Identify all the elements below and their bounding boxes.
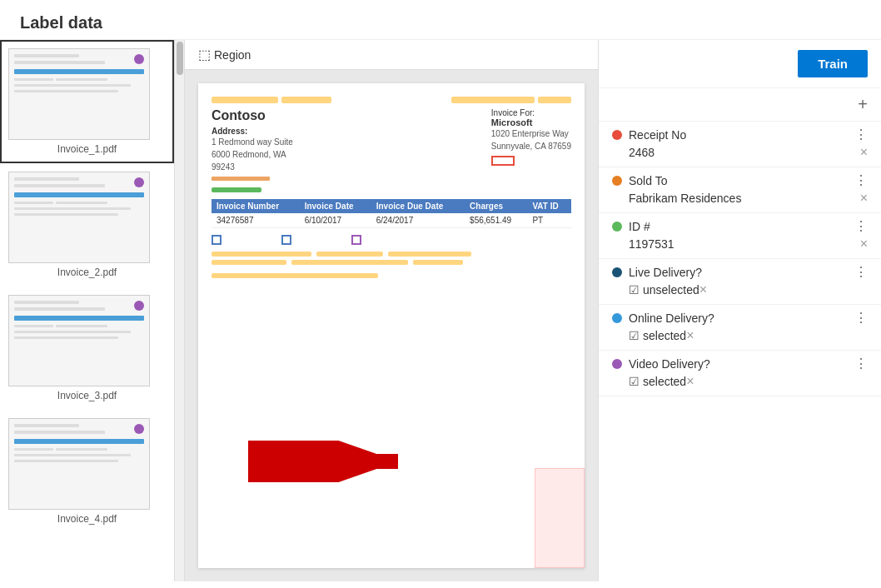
sidebar-item-invoice4[interactable]: Invoice_4.pdf [0,410,174,533]
checkbox-sq-2 [281,235,291,245]
thumb-dot-2 [134,177,144,187]
sidebar-item-invoice2[interactable]: Invoice_2.pdf [0,163,174,287]
cell-charges: $56,651.49 [465,213,527,228]
company-address: 1 Redmond way Suite6000 Redmond, WA99243 [212,136,293,173]
col-invoice-due-date: Invoice Due Date [371,199,465,213]
checkbox-icon-online: ☑ [629,329,640,342]
clear-id[interactable]: × [860,237,868,252]
dot-sold-to [612,176,622,186]
green-highlight [212,187,261,192]
address-label: Address: [212,127,293,136]
invoice-for-addr: 1020 Enterprise WaySunnyvale, CA 87659 [491,127,571,152]
thumb-dot-3 [134,301,144,311]
field-value-live-delivery: ☑ unselected [629,283,699,296]
col-invoice-date: Invoice Date [300,199,371,213]
field-name-id: ID # [629,220,650,233]
dot-live-delivery [612,267,622,277]
field-name-sold-to: Sold To [629,174,667,187]
train-button-row: Train [599,40,881,88]
sidebar-label-invoice4: Invoice_4.pdf [8,510,166,525]
doc-toolbar: ⬚ Region [185,40,598,70]
train-button[interactable]: Train [798,50,868,77]
clear-live-delivery[interactable]: × [699,282,707,297]
field-value-online-delivery: ☑ selected [629,329,686,342]
checkbox-sq-3 [351,235,361,245]
field-value-id: 1197531 [629,237,860,251]
region-label: Region [214,48,251,62]
sidebar-item-invoice3[interactable]: Invoice_3.pdf [0,287,174,410]
sidebar-label-invoice1: Invoice_1.pdf [8,140,166,155]
invoice-document: Contoso Address: 1 Redmond way Suite6000… [198,83,585,568]
region-button[interactable]: ⬚ Region [198,47,251,62]
clear-online-delivery[interactable]: × [686,328,694,343]
more-online-delivery[interactable]: ⋮ [854,311,868,325]
field-name-receipt-no: Receipt No [629,128,686,142]
field-value-receipt-no: 2468 [629,146,860,159]
field-value-sold-to: Fabrikam Residences [629,192,860,205]
more-video-delivery[interactable]: ⋮ [854,357,868,371]
thumb-dot-1 [134,54,144,64]
col-charges: Charges [465,199,527,213]
table-checkboxes [212,235,571,245]
scrollbar-thumb[interactable] [177,42,183,75]
checkbox-icon-live: ☑ [629,283,640,296]
cell-invoice-date: 6/10/2017 [300,213,371,228]
table-row: 34276587 6/10/2017 6/24/2017 $56,651.49 … [212,213,571,228]
field-name-live-delivery: Live Delivery? [629,266,702,279]
dot-id [612,222,622,232]
cell-vat-id: PT [527,213,571,228]
doc-content: Contoso Address: 1 Redmond way Suite6000… [185,70,598,581]
sidebar-item-invoice1[interactable]: Invoice_1.pdf [0,40,174,163]
field-name-online-delivery: Online Delivery? [629,311,714,325]
sidebar-label-invoice2: Invoice_2.pdf [8,263,166,278]
right-panel: Train + Receipt No ⋮ 2468 [598,40,881,581]
col-vat-id: VAT ID [527,199,571,213]
page-title: Label data [0,0,881,40]
field-list: Receipt No ⋮ 2468 × Sold To [599,122,881,396]
region-icon: ⬚ [198,47,211,62]
dot-receipt-no [612,130,622,140]
clear-sold-to[interactable]: × [860,191,868,206]
company-name: Contoso [212,108,293,123]
dot-online-delivery [612,313,622,323]
field-item-video-delivery: Video Delivery? ⋮ ☑ selected × [599,351,881,396]
dot-video-delivery [612,359,622,369]
more-live-delivery[interactable]: ⋮ [854,266,868,279]
doc-highlights-bottom [212,252,571,278]
more-sold-to[interactable]: ⋮ [854,174,868,187]
document-sidebar: Invoice_1.pdf Invoice_2.pdf [0,40,175,581]
thumb-dot-4 [134,424,144,434]
field-name-video-delivery: Video Delivery? [629,357,710,371]
invoice-header-row: Contoso Address: 1 Redmond way Suite6000… [212,108,571,181]
add-field-icon[interactable]: + [858,95,868,114]
sidebar-label-invoice3: Invoice_3.pdf [8,386,166,401]
add-field-row: + [599,88,881,122]
cell-invoice-due-date: 6/24/2017 [371,213,465,228]
field-value-video-delivery: ☑ selected [629,375,686,388]
invoice-for-label: Invoice For: [491,108,571,117]
clear-receipt-no[interactable]: × [860,145,868,160]
invoice-for-name: Microsoft [491,117,571,127]
red-arrow [248,441,415,485]
more-id[interactable]: ⋮ [854,220,868,233]
field-item-sold-to: Sold To ⋮ Fabrikam Residences × [599,167,881,213]
document-viewer: ⬚ Region [185,40,598,581]
invoice-for: Invoice For: Microsoft 1020 Enterprise W… [491,108,571,181]
field-item-receipt-no: Receipt No ⋮ 2468 × [599,122,881,167]
checkbox-icon-video: ☑ [629,375,640,388]
invoice-table: Invoice Number Invoice Date Invoice Due … [212,199,571,228]
field-item-online-delivery: Online Delivery? ⋮ ☑ selected × [599,305,881,351]
clear-video-delivery[interactable]: × [686,374,694,389]
pink-highlight-area [535,468,585,568]
col-invoice-number: Invoice Number [212,199,300,213]
checkbox-sq-1 [212,235,221,245]
cell-invoice-number: 34276587 [212,213,300,228]
field-item-live-delivery: Live Delivery? ⋮ ☑ unselected × [599,259,881,305]
sidebar-scrollbar[interactable] [175,40,185,581]
more-receipt-no[interactable]: ⋮ [854,128,868,142]
field-item-id: ID # ⋮ 1197531 × [599,213,881,259]
top-highlights [212,97,571,103]
